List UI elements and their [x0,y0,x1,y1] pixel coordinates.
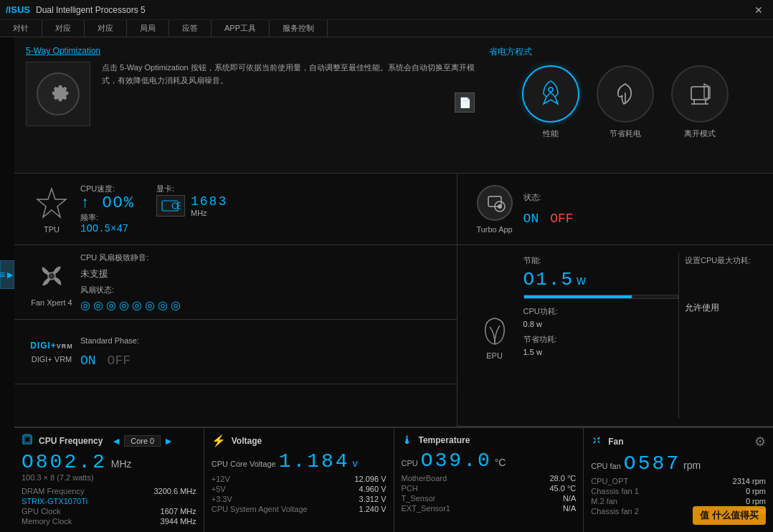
fan-icons-row: ◎ ◎ ◎ ◎ ◎ ◎ ◎ ◎ [80,298,448,312]
sidebar-collapse-button[interactable]: ≡► [0,260,14,289]
nav-tab-1[interactable]: 对针 [0,20,42,37]
digi-vrm-label: DIGI+ VRM [32,355,72,364]
power-mode-away[interactable]: 离开模式 [671,65,729,139]
nav-tab-3[interactable]: 对应 [85,20,127,37]
fan-icon-7: ◎ [158,298,168,312]
middle-panel: TPU CPU速度: ↑ OO% 频率: 1OO.5×47 [14,174,773,427]
fan-settings-icon[interactable]: ⚙ [754,434,766,450]
nav-tab-5[interactable]: 应答 [169,20,212,37]
epu-power-unit: w [577,273,586,288]
cpu-freq-icon [22,434,33,448]
five-way-icon-box[interactable] [26,62,90,126]
strix-link[interactable]: STRIX-GTX1070Ti [22,497,87,505]
fan-state-label: 风扇状态: [80,285,448,295]
freq-label: 频率: [80,212,135,223]
away-mode-label: 离开模式 [684,128,716,139]
tpu-module: TPU CPU速度: ↑ OO% 频率: 1OO.5×47 [14,174,457,245]
cpu-freq-core-label[interactable]: Core 0 [124,435,161,447]
fan-icon-8: ◎ [171,298,181,312]
memory-clock-row: Memory Clock 3944 MHz [22,517,196,526]
nav-tab-6[interactable]: APP工具 [212,20,270,37]
cpu-volt-label: CPU Core Voltage [212,460,276,468]
cpu-freq-value: O802.2 [22,451,107,473]
voltage-icon: ⚡ [212,434,226,447]
close-button[interactable]: ✕ [750,3,767,17]
cpu-freq-prev[interactable]: ◄ [111,435,121,447]
33v-row: +3.3V 3.312 V [212,495,386,503]
fan-icon-6: ◎ [145,298,155,312]
digi-off-button[interactable]: OFF [108,353,131,368]
power-mode-performance[interactable]: 性能 [522,65,579,139]
epu-saving-label: 节省功耗: [523,334,678,345]
cpu-opt-fan-row: CPU_OPT 2314 rpm [591,477,766,485]
fan-icon-2: ◎ [93,298,103,312]
nav-tab-2[interactable]: 对应 [42,20,85,37]
svg-point-0 [549,87,553,92]
performance-icon [522,65,579,123]
cpu-fan-label: CPU 风扇极致静音: [80,252,448,263]
cpu-freq-sub: 100.3 × 8 (7.2 watts) [22,473,196,482]
voltage-col: ⚡ Voltage CPU Core Voltage 1.184 v +12V … [204,428,394,532]
nav-tab-4[interactable]: 局局 [127,20,169,37]
pch-temp-row: PCH 45.0 °C [402,484,577,493]
title-bar: /ISUS Dual Intelligent Processors 5 ✕ [0,0,773,20]
nav-tab-7[interactable]: 服务控制 [270,20,328,37]
svg-rect-15 [24,437,30,442]
turbo-off-label: OFF [550,212,573,226]
cpu-freq-unit: MHz [111,458,132,470]
cpu-freq-next[interactable]: ► [163,435,174,447]
voltage-header: ⚡ Voltage [212,434,386,447]
fan-icon-4: ◎ [119,298,129,312]
app-title: Dual Intelligent Processors 5 [36,5,750,15]
epu-power-value: O1.5 [523,269,574,290]
epu-cpu-power-label: CPU功耗: [523,306,678,317]
away-mode-icon [671,65,729,123]
cpu-fan-unit: rpm [683,460,701,471]
system-agent-volt-row: CPU System Agent Voltage 1.240 V [212,505,386,513]
12v-row: +12V 12.096 V [212,475,386,483]
performance-label: 性能 [543,128,559,139]
gpu-icon [156,195,185,217]
power-mode-save[interactable]: 节省耗电 [597,65,654,139]
turbo-app-icon-area: Turbo App [466,181,523,237]
allow-use-button[interactable]: 允许使用 [685,302,759,314]
motherboard-temp-row: MotherBoard 28.0 °C [402,474,577,483]
fan-xpert-data: CPU 风扇极致静音: 未支援 风扇状态: ◎ ◎ ◎ ◎ ◎ ◎ ◎ [80,252,448,312]
tpu-label: TPU [44,225,60,234]
cpu-freq-nav: ◄ Core 0 ► [111,435,174,447]
fan-title: Fan [608,437,623,447]
fan-header: Fan ⚙ [591,434,766,450]
fan-icon [591,434,602,449]
svg-point-19 [595,439,598,442]
cpu-fan-label: CPU fan [591,462,621,470]
digi-on-button[interactable]: ON [80,353,96,368]
app-logo: /ISUS [6,4,30,15]
dram-freq-row: DRAM Frequency 3200.6 MHz [22,487,196,495]
tsensor-temp-row: T_Sensor N/A [402,494,577,503]
save-power-label: 节省耗电 [610,128,641,139]
fan-xpert-module: Fan Xpert 4 CPU 风扇极致静音: 未支援 风扇状态: ◎ ◎ ◎ … [14,245,457,320]
temp-header: 🌡 Temperature [402,434,577,447]
power-section: 省电方程式 性能 [475,46,762,164]
five-way-label[interactable]: 5-Way Optimization [26,46,475,56]
cpu-volt-value: 1.184 [279,450,350,472]
bottom-bar: CPU Frequency ◄ Core 0 ► O802.2 MHz 100.… [14,427,773,532]
max-cpu-power-label: 设置CPU最大功耗: [685,255,759,266]
svg-rect-5 [162,201,178,211]
gpu-freq-value: 1683 [191,194,227,209]
nav-tabs: 对针 对应 对应 局局 应答 APP工具 服务控制 [0,20,773,37]
fan-icon-3: ◎ [106,298,116,312]
right-modules-col: Turbo App 状态: ON OFF [457,174,773,427]
turbo-app-data: 状态: ON OFF [523,181,764,237]
temperature-col: 🌡 Temperature CPU O39.0 °C MotherBoard 2… [394,428,584,532]
digi-vrm-data: Standard Phase: ON OFF [80,327,448,376]
epu-label: EPU [486,351,503,360]
turbo-app-icon [477,185,513,221]
epu-saving-value: 1.5 w [523,348,678,356]
turbo-app-label: Turbo App [476,225,512,234]
five-way-section: 5-Way Optimization 点击 5-Way Optimiza [26,46,475,164]
strix-row: STRIX-GTX1070Ti [22,497,196,505]
cpu-speed-value: ↑ OO% [80,194,135,212]
temperature-icon: 🌡 [402,434,413,447]
file-icon[interactable]: 📄 [455,92,475,113]
